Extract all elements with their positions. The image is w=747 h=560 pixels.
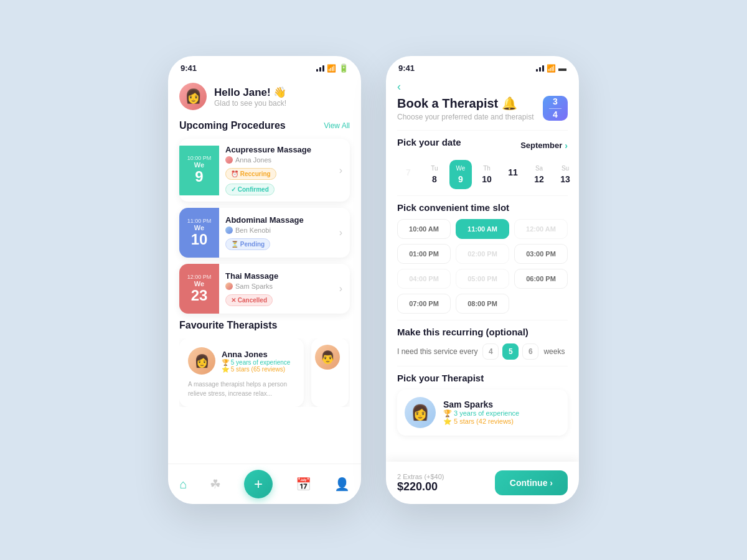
therapist-dot-1 <box>225 156 233 164</box>
bottom-nav-left: ⌂ ☘ + 📅 👤 <box>168 464 361 504</box>
fab-add-button[interactable]: + <box>244 470 273 498</box>
date-item-9[interactable]: We 9 <box>449 160 472 189</box>
time-slot-5pm[interactable]: 05:00 PM <box>456 269 509 289</box>
status-bar-right: 9:41 📶 ▬ <box>386 56 579 77</box>
view-all-btn[interactable]: View All <box>324 121 350 130</box>
continue-button[interactable]: Continue › <box>495 470 568 495</box>
therapist-desc-1: A massage therapist helps a person relie… <box>188 380 295 398</box>
time-section-title: Pick convenient time slot <box>397 202 568 213</box>
time-grid: 10:00 AM 11:00 AM 12:00 AM 01:00 PM 02:0… <box>397 219 568 314</box>
therapist-card-top-1: 👩 Anna Jones 🏆 5 years of experience ⭐ 5… <box>188 347 295 375</box>
upcoming-title: Upcoming Procedures <box>179 120 286 131</box>
right-phone-content: ‹ Book a Therapist 🔔 Choose your preferr… <box>386 77 579 503</box>
proc-therapist-1: Anna Jones <box>225 156 326 164</box>
proc-badge-3: 12:00 PM We 23 <box>179 264 219 314</box>
date-section: Pick your date September › 7 Tu 8 We 9 <box>386 131 579 195</box>
badge-recurring: ⏰ Reccuring <box>225 168 276 180</box>
nav-calendar-icon[interactable]: 📅 <box>296 477 311 492</box>
proc-badges-1: ⏰ Reccuring ✓ Confirmed <box>225 168 326 195</box>
therapist-section-title: Pick your Therapist <box>397 373 568 383</box>
bottom-cta: 2 Extras (+$40) $220.00 Continue › <box>386 462 579 504</box>
date-item-7[interactable]: 7 <box>397 160 420 189</box>
favourites-title: Favourite Therapists <box>179 320 277 331</box>
therapist-info-1: Anna Jones 🏆 5 years of experience ⭐ 5 s… <box>222 350 290 373</box>
proc-badge-2: 11:00 PM We 10 <box>179 208 219 258</box>
proc-time-1: 10:00 PM <box>187 155 212 161</box>
greeting-block: Hello Jane! 👋 Glad to see you back! <box>214 86 286 108</box>
proc-daynum-3: 23 <box>191 287 208 304</box>
favourites-section: Favourite Therapists 👩 Anna Jones 🏆 5 ye… <box>179 320 350 407</box>
nav-leaf-icon[interactable]: ☘ <box>210 477 221 492</box>
date-item-12[interactable]: Sa 12 <box>528 160 550 189</box>
month-nav[interactable]: September › <box>520 141 568 151</box>
time-slot-8pm[interactable]: 08:00 PM <box>456 294 509 314</box>
date-item-13[interactable]: Su 13 <box>554 160 576 189</box>
time-slot-7pm[interactable]: 07:00 PM <box>397 294 451 314</box>
proc-daycode-2: We <box>194 224 204 231</box>
proc-daycode-3: We <box>194 280 204 287</box>
recurring-title: Make this recurring (optional) <box>397 327 568 337</box>
date-item-8[interactable]: Tu 8 <box>423 160 446 189</box>
recurring-prefix: I need this service every <box>397 347 477 356</box>
extras-label: 2 Extras (+$40) <box>397 473 444 480</box>
right-phone: 9:41 📶 ▬ ‹ Book a Therapist 🔔 Choose you… <box>386 56 579 504</box>
time-slot-1pm[interactable]: 01:00 PM <box>397 244 451 264</box>
time-slot-4pm[interactable]: 04:00 PM <box>397 269 451 289</box>
procedure-card-1[interactable]: 10:00 PM We 9 Acupressure Massage Anna J… <box>179 139 350 202</box>
week-options: 4 5 6 <box>482 343 538 360</box>
therapist-avatar-1: 👩 <box>188 347 215 375</box>
time-section: Pick convenient time slot 10:00 AM 11:00… <box>386 196 579 320</box>
signal-icon <box>316 65 324 72</box>
procedure-card-3[interactable]: 12:00 PM We 23 Thai Massage Sam Sparks ✕… <box>179 264 350 314</box>
avatar: 👩 <box>179 83 207 110</box>
therapist-card-1[interactable]: 👩 Anna Jones 🏆 5 years of experience ⭐ 5… <box>179 338 304 407</box>
time-left: 9:41 <box>181 63 197 73</box>
date-section-title: Pick your date <box>397 137 461 147</box>
date-item-10[interactable]: Th 10 <box>476 160 498 189</box>
week-opt-6[interactable]: 6 <box>522 343 538 360</box>
step-badge: 3 4 <box>543 96 568 121</box>
time-slot-2pm[interactable]: 02:00 PM <box>456 244 509 264</box>
proc-info-1: Acupressure Massage Anna Jones ⏰ Reccuri… <box>219 139 332 202</box>
back-button[interactable]: ‹ <box>386 77 412 93</box>
time-slot-12am[interactable]: 12:00 AM <box>514 219 568 239</box>
battery-icon: 🔋 <box>339 63 349 73</box>
booking-subtitle: Choose your preferred date and therapist <box>397 113 533 121</box>
step-total: 4 <box>553 110 558 119</box>
signal-icon-right <box>536 65 544 72</box>
proc-badges-3: ✕ Cancelled <box>225 294 326 306</box>
time-slot-11am[interactable]: 11:00 AM <box>456 219 509 239</box>
step-current: 3 <box>553 97 558 106</box>
favourites-header: Favourite Therapists <box>179 320 350 331</box>
date-header: Pick your date September › <box>397 137 568 154</box>
upcoming-header: Upcoming Procedures View All <box>179 120 350 131</box>
date-item-11[interactable]: 11 <box>502 160 524 189</box>
therapist-name-1: Anna Jones <box>222 350 290 359</box>
therapist-dot-3 <box>225 282 233 290</box>
recurring-section: Make this recurring (optional) I need th… <box>386 320 579 366</box>
status-bar-left: 9:41 📶 🔋 <box>168 56 361 77</box>
proc-badges-2: ⏳ Pending <box>225 238 326 250</box>
therapist-pick-avatar: 👩 <box>405 397 436 428</box>
time-slot-3pm[interactable]: 03:00 PM <box>514 244 568 264</box>
booking-title-block: Book a Therapist 🔔 Choose your preferred… <box>397 96 533 121</box>
therapist-pick-card[interactable]: 👩 Sam Sparks 🏆 3 years of experience ⭐ 5… <box>397 390 568 436</box>
therapist-pick-rating: ⭐ 5 stars (42 reviews) <box>443 418 519 426</box>
greeting-title: Hello Jane! 👋 <box>214 86 286 99</box>
procedure-card-2[interactable]: 11:00 PM We 10 Abdominal Massage Ben Ken… <box>179 208 350 258</box>
week-opt-4[interactable]: 4 <box>482 343 499 360</box>
wifi-icon-right: 📶 <box>547 64 556 73</box>
nav-home-icon[interactable]: ⌂ <box>179 477 187 492</box>
proc-badge-1: 10:00 PM We 9 <box>179 146 219 195</box>
proc-daynum-1: 9 <box>195 169 203 185</box>
time-slot-10am[interactable]: 10:00 AM <box>397 219 451 239</box>
nav-person-icon[interactable]: 👤 <box>334 477 350 492</box>
week-opt-5[interactable]: 5 <box>502 343 519 360</box>
therapist-avatar-2: 👨 <box>315 345 340 370</box>
proc-arrow-3: › <box>332 283 350 294</box>
greeting-subtitle: Glad to see you back! <box>214 99 286 108</box>
therapist-card-2[interactable]: 👨 <box>311 338 349 407</box>
left-phone: 9:41 📶 🔋 👩 Hello Jane! 👋 Glad to see you… <box>168 56 361 504</box>
time-slot-6pm[interactable]: 06:00 PM <box>514 269 568 289</box>
proc-name-2: Abdominal Massage <box>225 215 326 225</box>
